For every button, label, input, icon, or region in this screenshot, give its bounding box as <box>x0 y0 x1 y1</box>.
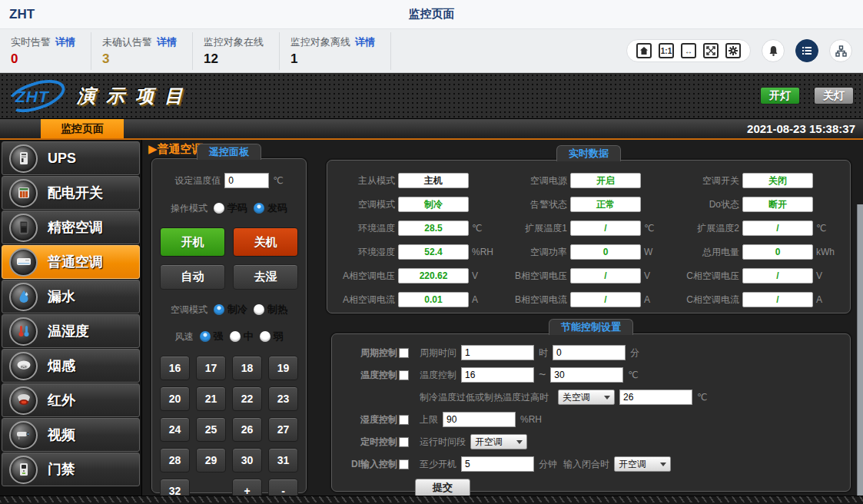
sidebar-item-smoke[interactable]: 烟感 <box>2 349 140 383</box>
temp-button[interactable]: 19 <box>268 356 298 380</box>
temp-button[interactable]: 25 <box>196 417 226 442</box>
temp-button[interactable]: 28 <box>160 448 190 472</box>
sidebar-item-video[interactable]: 视频 <box>2 418 140 452</box>
precision-ac-icon <box>9 214 38 242</box>
stat-value: 12 <box>204 51 264 67</box>
radio-learn-code[interactable]: 学码 <box>214 201 247 215</box>
value-box: 断开 <box>742 197 813 212</box>
sidebar-item-precision-ac[interactable]: 精密空调 <box>2 211 140 244</box>
auto-button[interactable]: 自动 <box>160 264 225 290</box>
breaker-icon <box>9 179 38 207</box>
gear-icon[interactable] <box>725 43 741 58</box>
radio-fan-medium[interactable]: 中 <box>230 330 254 343</box>
sidebar-item-temp-humidity[interactable]: 温湿度 <box>2 314 140 348</box>
radio-dot-icon <box>260 331 271 342</box>
temp-max-input[interactable] <box>550 367 623 383</box>
temp-button[interactable]: 27 <box>268 417 298 442</box>
ac-mode-label: 空调模式 <box>171 303 207 317</box>
temp-control-checkbox[interactable] <box>399 370 409 380</box>
main-area: UPS 配电开关 精密空调 普通空调 漏水 温湿度 烟感 红外 <box>0 140 863 502</box>
realtime-panel-title: 实时数据 <box>556 145 621 161</box>
humidity-control-checkbox[interactable] <box>399 415 409 425</box>
sidebar-item-infrared[interactable]: 红外 <box>2 383 140 417</box>
bell-icon[interactable] <box>762 39 785 62</box>
set-temp-unit: ℃ <box>273 175 283 186</box>
one-to-one-icon[interactable]: 1:1 <box>659 43 674 58</box>
temp-button[interactable]: 20 <box>160 386 190 411</box>
brand-text: ZHT <box>9 7 35 22</box>
radio-fan-weak[interactable]: 弱 <box>260 330 284 343</box>
value-box: / <box>570 268 641 284</box>
sidebar-item-water-leak[interactable]: 漏水 <box>2 280 140 313</box>
chevron-down-icon <box>604 396 610 400</box>
light-on-button[interactable]: 开灯 <box>760 87 800 104</box>
timer-control-checkbox[interactable] <box>399 437 409 447</box>
dehumidify-button[interactable]: 去湿 <box>233 264 298 290</box>
sidebar-item-common-ac[interactable]: 普通空调 <box>2 245 140 279</box>
humidity-max-input[interactable] <box>443 412 516 427</box>
value-box: 0 <box>570 244 641 260</box>
common-ac-icon <box>9 248 38 277</box>
radio-fan-strong[interactable]: 强 <box>200 330 224 343</box>
realtime-field: 空调模式制冷 <box>327 197 500 212</box>
temp-button[interactable]: 31 <box>268 448 298 472</box>
realtime-field: C相空调电压/V <box>672 268 844 284</box>
sidebar-item-door-access[interactable]: 门禁 <box>2 453 140 486</box>
submit-button[interactable]: 提交 <box>415 479 470 497</box>
temp-button[interactable]: 26 <box>232 417 262 442</box>
value-box: / <box>742 220 813 236</box>
sidebar-item-ups[interactable]: UPS <box>2 141 140 175</box>
temp-min-input[interactable] <box>461 367 534 383</box>
radio-cooling[interactable]: 制冷 <box>214 303 247 317</box>
set-temp-input[interactable] <box>224 173 269 188</box>
temp-button[interactable]: 22 <box>232 386 262 411</box>
realtime-grid: 主从模式主机 空调电源开启 空调开关关闭 空调模式制冷 告警状态正常 Do状态断… <box>327 173 844 307</box>
tab-bar: 监控页面 2021-08-23 15:38:37 <box>0 119 863 140</box>
fit-width-icon[interactable]: ↔ <box>681 43 696 58</box>
overheat-action-select[interactable]: 关空调 <box>558 390 615 405</box>
temp-button[interactable]: 21 <box>196 386 226 411</box>
stat-value: 1 <box>290 51 375 67</box>
sidebar-item-power-switch[interactable]: 配电开关 <box>2 176 140 210</box>
radio-send-code[interactable]: 发码 <box>254 201 287 215</box>
value-box: 正常 <box>570 197 641 212</box>
di-minutes-input[interactable] <box>461 456 534 472</box>
stat-unconfirmed-alarm: 未确认告警详情 3 <box>91 32 193 70</box>
realtime-field: 总用电量0kWh <box>672 244 844 260</box>
overheat-temp-input[interactable] <box>619 390 692 405</box>
stat-value: 3 <box>102 51 177 67</box>
logo: ZHT 演示项目 <box>6 79 194 113</box>
timer-action-select[interactable]: 开空调 <box>470 434 527 449</box>
radio-dot-icon <box>230 331 241 342</box>
fullscreen-icon[interactable] <box>703 43 719 58</box>
detail-link[interactable]: 详情 <box>55 36 75 48</box>
cycle-hour-input[interactable] <box>461 345 534 360</box>
temp-button[interactable]: 23 <box>268 386 298 411</box>
power-on-button[interactable]: 开机 <box>160 227 225 257</box>
project-title: 演示项目 <box>77 84 194 108</box>
list-icon[interactable] <box>795 39 818 62</box>
toolbar-icons: 1:1 ↔ <box>626 39 863 62</box>
humidity-control-row: 湿度控制 上限 %RH <box>341 412 850 427</box>
realtime-field: Do状态断开 <box>672 197 844 212</box>
temp-button[interactable]: 16 <box>160 356 190 380</box>
topology-icon[interactable] <box>829 39 852 62</box>
power-off-button[interactable]: 关机 <box>233 227 298 257</box>
radio-heating[interactable]: 制热 <box>254 303 287 317</box>
stat-label: 监控对象离线 <box>290 36 350 48</box>
light-off-button[interactable]: 关灯 <box>814 87 854 104</box>
temp-button[interactable]: 29 <box>196 448 226 472</box>
temp-button[interactable]: 17 <box>196 356 226 380</box>
detail-link[interactable]: 详情 <box>157 36 177 48</box>
detail-link[interactable]: 详情 <box>355 36 375 48</box>
temp-button[interactable]: 24 <box>160 417 190 442</box>
vertical-scrollbar[interactable] <box>857 204 863 496</box>
home-icon[interactable] <box>636 43 652 58</box>
cycle-control-checkbox[interactable] <box>399 348 409 358</box>
di-control-checkbox[interactable] <box>399 459 409 469</box>
tab-monitor-page[interactable]: 监控页面 <box>41 119 124 138</box>
temp-button[interactable]: 18 <box>232 356 262 380</box>
di-action-select[interactable]: 开空调 <box>614 456 671 472</box>
cycle-minute-input[interactable] <box>553 345 626 360</box>
temp-button[interactable]: 30 <box>232 448 262 472</box>
